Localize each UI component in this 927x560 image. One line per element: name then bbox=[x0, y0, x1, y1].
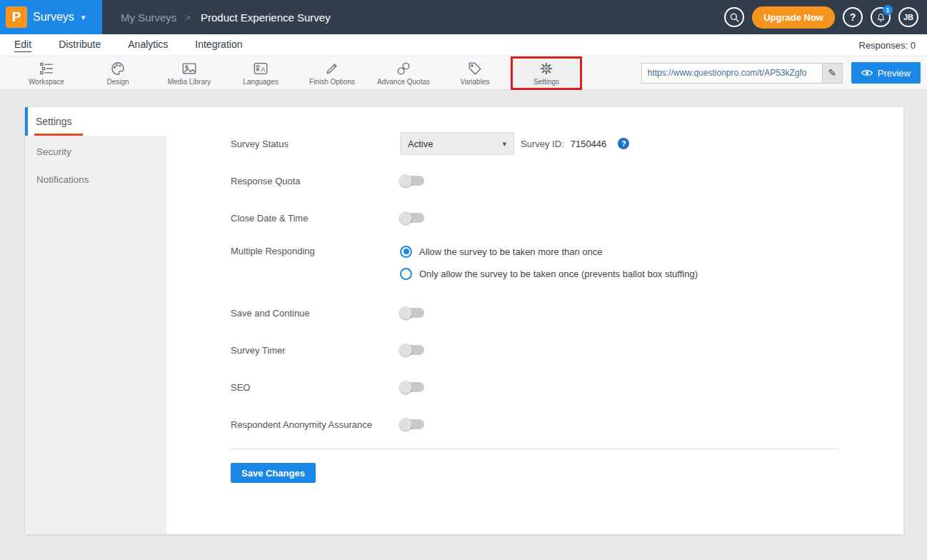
search-button[interactable] bbox=[724, 7, 744, 27]
search-icon bbox=[729, 12, 740, 23]
radio-option-only-once[interactable]: Only allow the survey to be taken once (… bbox=[400, 266, 698, 281]
breadcrumb-separator: > bbox=[185, 12, 191, 23]
preview-button[interactable]: Preview bbox=[851, 62, 921, 84]
multiple-responding-options: Allow the survey to be taken more than o… bbox=[400, 244, 698, 281]
respondent-anonymity-toggle[interactable] bbox=[400, 419, 424, 429]
toggle-knob bbox=[399, 418, 412, 431]
toolbar-item-label: Advance Quotas bbox=[377, 78, 430, 86]
multiple-responding-label: Multiple Responding bbox=[231, 244, 400, 259]
pencil-icon: ✎ bbox=[828, 67, 836, 79]
edit-toolbar: Workspace Design Media Library A Languag… bbox=[0, 56, 927, 90]
toolbar-item-languages[interactable]: A Languages bbox=[225, 56, 296, 90]
close-date-time-toggle[interactable] bbox=[400, 213, 424, 223]
sidebar-item-notifications[interactable]: Notifications bbox=[25, 166, 166, 194]
toolbar-item-label: Variables bbox=[461, 78, 490, 86]
save-and-continue-toggle[interactable] bbox=[400, 308, 424, 318]
languages-icon: A bbox=[253, 61, 269, 76]
radio-option-label: Allow the survey to be taken more than o… bbox=[419, 246, 603, 257]
toolbar-item-label: Settings bbox=[533, 78, 559, 86]
toolbar-item-label: Finish Options bbox=[309, 78, 355, 86]
survey-id-help-icon[interactable]: ? bbox=[618, 138, 629, 149]
row-survey-timer: Survey Timer bbox=[231, 339, 903, 361]
tab-distribute[interactable]: Distribute bbox=[59, 39, 101, 51]
preview-label: Preview bbox=[878, 68, 911, 79]
product-name: Surveys bbox=[33, 11, 74, 24]
survey-url-input[interactable] bbox=[642, 64, 822, 83]
toolbar-item-label: Languages bbox=[243, 78, 279, 86]
avatar[interactable]: JB bbox=[898, 7, 918, 27]
chevron-down-icon: ▾ bbox=[81, 13, 86, 22]
toggle-knob bbox=[399, 174, 412, 187]
survey-status-value: Active bbox=[408, 139, 433, 149]
survey-timer-toggle[interactable] bbox=[400, 345, 424, 355]
row-response-quota: Response Quota bbox=[231, 169, 903, 192]
radio-selected-icon[interactable] bbox=[400, 246, 412, 258]
settings-content: Survey Status Active ▾ Survey ID: 715044… bbox=[166, 107, 903, 534]
upgrade-now-button[interactable]: Upgrade Now bbox=[752, 6, 835, 29]
edit-url-button[interactable]: ✎ bbox=[822, 64, 842, 83]
survey-status-label: Survey Status bbox=[231, 139, 400, 149]
seo-label: SEO bbox=[231, 382, 400, 393]
survey-status-select[interactable]: Active ▾ bbox=[400, 132, 514, 155]
toolbar-item-media-library[interactable]: Media Library bbox=[154, 56, 225, 90]
advance-quotas-icon bbox=[396, 61, 411, 76]
settings-gear-icon bbox=[538, 61, 554, 76]
avatar-initials: JB bbox=[903, 13, 913, 21]
topbar-actions: Upgrade Now ? 1 JB bbox=[724, 6, 927, 29]
save-changes-button[interactable]: Save Changes bbox=[231, 463, 316, 483]
toolbar-item-settings[interactable]: Settings bbox=[511, 56, 582, 90]
toolbar-item-variables[interactable]: Variables bbox=[439, 56, 511, 90]
toolbar-item-label: Design bbox=[106, 78, 129, 86]
radio-unselected-icon[interactable] bbox=[400, 268, 412, 280]
row-save-and-continue: Save and Continue bbox=[231, 301, 903, 324]
tab-analytics[interactable]: Analytics bbox=[128, 39, 168, 51]
design-icon bbox=[110, 61, 126, 76]
product-switcher[interactable]: P Surveys ▾ bbox=[0, 0, 102, 34]
page-title: Product Experience Survey bbox=[201, 11, 331, 24]
toggle-knob bbox=[399, 306, 412, 319]
svg-text:A: A bbox=[261, 66, 265, 73]
tab-edit[interactable]: Edit bbox=[14, 39, 31, 52]
question-icon: ? bbox=[850, 11, 856, 23]
help-button[interactable]: ? bbox=[843, 7, 863, 27]
settings-sidebar: Security Notifications bbox=[25, 136, 166, 534]
survey-id-value: 7150446 bbox=[571, 139, 607, 149]
toolbar-item-finish-options[interactable]: Finish Options bbox=[296, 56, 368, 90]
eye-icon bbox=[861, 69, 873, 77]
survey-url-box: ✎ bbox=[641, 63, 843, 84]
survey-id-label: Survey ID: bbox=[521, 139, 564, 149]
topbar: P Surveys ▾ My Surveys > Product Experie… bbox=[0, 0, 927, 34]
toolbar-item-workspace[interactable]: Workspace bbox=[11, 56, 82, 90]
tab-integration[interactable]: Integration bbox=[195, 39, 242, 51]
row-respondent-anonymity: Respondent Anonymity Assurance bbox=[231, 413, 903, 436]
responses-count: Responses: 0 bbox=[859, 40, 916, 51]
variables-icon bbox=[467, 61, 483, 76]
radio-option-label: Only allow the survey to be taken once (… bbox=[419, 269, 698, 279]
response-quota-label: Response Quota bbox=[231, 176, 400, 186]
sidebar-item-settings[interactable]: Settings bbox=[36, 107, 72, 136]
toolbar-item-design[interactable]: Design bbox=[82, 56, 154, 90]
response-quota-toggle[interactable] bbox=[400, 176, 424, 186]
row-seo: SEO bbox=[231, 376, 903, 399]
sidebar-item-security[interactable]: Security bbox=[25, 138, 166, 166]
row-close-date-time: Close Date & Time bbox=[231, 206, 903, 229]
section-nav: Edit Distribute Analytics Integration Re… bbox=[0, 34, 927, 56]
settings-card: Settings Security Notifications Survey S… bbox=[25, 107, 903, 534]
toolbar-item-label: Workspace bbox=[29, 78, 64, 86]
toggle-knob bbox=[399, 211, 412, 224]
notifications-button[interactable]: 1 bbox=[871, 7, 891, 27]
workspace-icon bbox=[39, 61, 54, 76]
active-tab-accent bbox=[25, 107, 28, 136]
finish-options-icon bbox=[324, 61, 340, 76]
survey-timer-label: Survey Timer bbox=[231, 345, 400, 356]
questionpro-logo: P bbox=[6, 6, 27, 28]
toolbar-item-advance-quotas[interactable]: Advance Quotas bbox=[368, 56, 439, 90]
toggle-knob bbox=[399, 344, 412, 356]
chevron-down-icon: ▾ bbox=[502, 139, 506, 149]
toolbar-item-label: Media Library bbox=[168, 78, 211, 86]
main-area: Settings Security Notifications Survey S… bbox=[0, 90, 927, 560]
row-survey-status: Survey Status Active ▾ Survey ID: 715044… bbox=[231, 132, 903, 155]
breadcrumb-my-surveys[interactable]: My Surveys bbox=[121, 11, 176, 24]
radio-option-allow-multiple[interactable]: Allow the survey to be taken more than o… bbox=[400, 244, 698, 259]
seo-toggle[interactable] bbox=[400, 382, 424, 392]
